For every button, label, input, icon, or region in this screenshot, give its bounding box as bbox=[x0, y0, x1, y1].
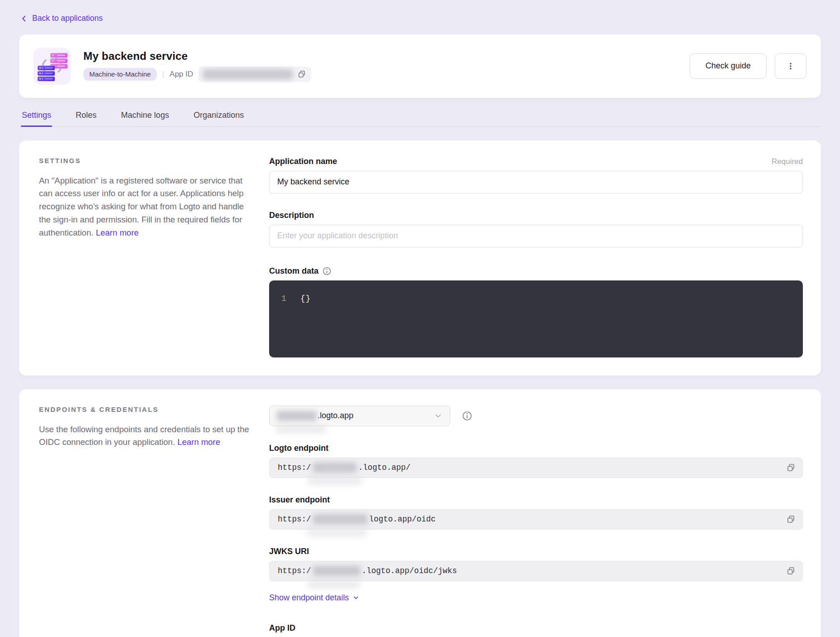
application-name-label: Application name bbox=[269, 157, 337, 166]
settings-learn-more-link[interactable]: Learn more bbox=[96, 228, 139, 237]
app-id-field-label: App ID bbox=[269, 623, 295, 633]
back-link-label: Back to applications bbox=[32, 14, 103, 23]
issuer-endpoint-label: Issuer endpoint bbox=[269, 495, 330, 505]
redacted-tenant-blur bbox=[277, 411, 317, 421]
jwks-uri-field[interactable]: https:/ .logto.app/oidc/jwks bbox=[269, 561, 803, 581]
redacted-app-id-blur bbox=[203, 69, 293, 79]
logto-endpoint-label: Logto endpoint bbox=[269, 444, 328, 453]
endpoints-section-title: ENDPOINTS & CREDENTIALS bbox=[39, 405, 254, 413]
description-input[interactable] bbox=[269, 225, 803, 247]
description-label: Description bbox=[269, 211, 314, 220]
custom-data-label: Custom data bbox=[269, 266, 331, 276]
required-hint: Required bbox=[772, 157, 803, 166]
tab-machine-logs[interactable]: Machine logs bbox=[120, 111, 170, 126]
app-id-value-redacted[interactable] bbox=[198, 67, 311, 82]
copy-icon[interactable] bbox=[785, 565, 797, 577]
info-icon[interactable] bbox=[462, 411, 472, 421]
redacted-domain-blur bbox=[313, 566, 360, 576]
app-type-badge: Machine-to-Machine bbox=[83, 68, 157, 81]
back-to-applications-link[interactable]: Back to applications bbox=[20, 14, 103, 23]
chevron-down-icon bbox=[434, 411, 443, 420]
chevron-down-icon bbox=[352, 594, 359, 601]
header-info: My backend service Machine-to-Machine | … bbox=[83, 50, 690, 82]
tenant-endpoint-select[interactable]: .logto.app bbox=[269, 405, 450, 426]
copy-icon[interactable] bbox=[297, 70, 306, 79]
endpoints-credentials-card: ENDPOINTS & CREDENTIALS Use the followin… bbox=[19, 389, 821, 637]
tenant-select-value: .logto.app bbox=[318, 411, 353, 420]
endpoints-section-description: Use the following endpoints and credenti… bbox=[39, 423, 254, 449]
endpoints-learn-more-link[interactable]: Learn more bbox=[177, 437, 220, 447]
kebab-menu-icon bbox=[786, 62, 795, 71]
logto-endpoint-field[interactable]: https:/ .logto.app/ bbox=[269, 458, 803, 478]
settings-section-title: SETTINGS bbox=[39, 157, 254, 164]
show-endpoint-details-link[interactable]: Show endpoint details bbox=[269, 593, 359, 603]
info-icon[interactable] bbox=[323, 267, 331, 275]
sub-divider: | bbox=[162, 70, 164, 79]
jwks-uri-label: JWKS URI bbox=[269, 547, 309, 556]
back-row: Back to applications bbox=[0, 0, 840, 24]
application-header-card: My backend service Machine-to-Machine | … bbox=[19, 34, 821, 98]
editor-line-number: 1 bbox=[281, 294, 286, 303]
more-options-button[interactable] bbox=[775, 53, 806, 79]
chevron-left-icon bbox=[20, 14, 28, 23]
application-name-input[interactable] bbox=[269, 171, 803, 193]
redacted-domain-blur bbox=[313, 463, 357, 473]
settings-section-description: An "Application" is a registered softwar… bbox=[39, 174, 254, 240]
redacted-domain-blur bbox=[313, 514, 367, 524]
copy-icon[interactable] bbox=[785, 462, 797, 473]
copy-icon[interactable] bbox=[785, 513, 797, 525]
tab-settings[interactable]: Settings bbox=[21, 111, 52, 126]
tab-organizations[interactable]: Organizations bbox=[193, 111, 245, 126]
page-title: My backend service bbox=[83, 50, 690, 63]
app-id-label: App ID bbox=[169, 70, 193, 79]
check-guide-button[interactable]: Check guide bbox=[690, 53, 767, 79]
settings-card: SETTINGS An "Application" is a registere… bbox=[19, 140, 821, 376]
machine-to-machine-app-icon bbox=[34, 48, 71, 85]
tab-bar: Settings Roles Machine logs Organization… bbox=[21, 111, 821, 127]
tab-roles[interactable]: Roles bbox=[75, 111, 97, 126]
custom-data-code-editor[interactable]: 1 {} bbox=[269, 280, 803, 357]
editor-content: {} bbox=[300, 294, 311, 303]
issuer-endpoint-field[interactable]: https:/ logto.app/oidc bbox=[269, 509, 803, 530]
